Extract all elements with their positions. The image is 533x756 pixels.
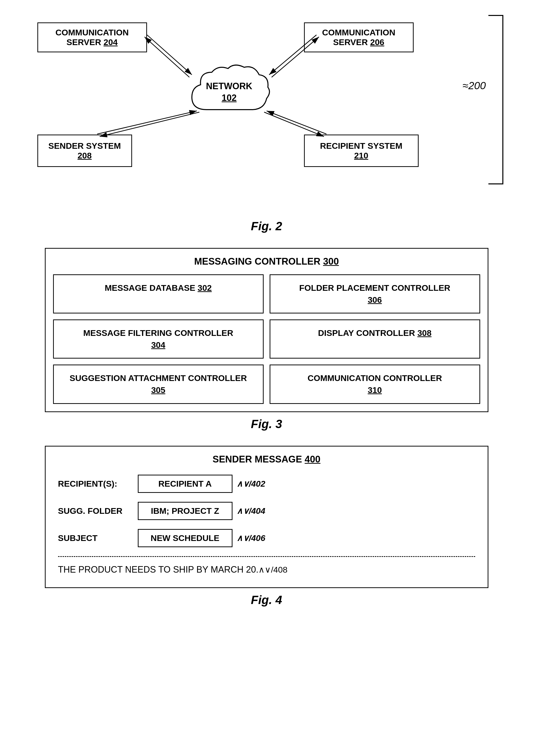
fig4-sugg-folder-value: IBM; PROJECT Z bbox=[138, 502, 232, 520]
fig4-divider bbox=[58, 556, 475, 557]
fig4-diagram: SENDER MESSAGE 400 RECIPIENT(S): RECIPIE… bbox=[45, 446, 489, 588]
fig4-title: SENDER MESSAGE 400 bbox=[58, 454, 475, 465]
fig3-grid: MESSAGE DATABASE 302 FOLDER PLACEMENT CO… bbox=[53, 274, 480, 404]
sender-system-label: SENDER SYSTEM 208 bbox=[48, 141, 121, 160]
fig4-subject-value: NEW SCHEDULE bbox=[138, 529, 232, 547]
suggestion-attachment-box: SUGGESTION ATTACHMENT CONTROLLER305 bbox=[53, 364, 264, 404]
fig4-caption: Fig. 4 bbox=[20, 593, 513, 607]
communication-controller-box: COMMUNICATION CONTROLLER310 bbox=[270, 364, 480, 404]
cloud-svg bbox=[187, 60, 272, 124]
fig3-caption: Fig. 3 bbox=[20, 417, 513, 431]
comm-server-206-label: COMMUNICATION SERVER 206 bbox=[310, 28, 408, 47]
fig4-ref-404: ∧∨/404 bbox=[236, 506, 265, 516]
fig4-ref-402: ∧∨/402 bbox=[236, 479, 265, 489]
message-database-box: MESSAGE DATABASE 302 bbox=[53, 274, 264, 313]
comm-server-206-box: COMMUNICATION SERVER 206 bbox=[304, 22, 413, 52]
recipient-system-box: RECIPIENT SYSTEM 210 bbox=[304, 135, 419, 167]
fig2-bracket bbox=[489, 15, 503, 184]
fig2-diagram: ≈200 COMMUNICATION SERVER 204 COMMUNICAT… bbox=[30, 15, 503, 209]
fig3-diagram: MESSAGING CONTROLLER 300 MESSAGE DATABAS… bbox=[45, 248, 489, 412]
fig4-subject-label: SUBJECT bbox=[58, 533, 138, 543]
fig4-recipients-value: RECIPIENT A bbox=[138, 475, 232, 493]
network-cloud: NETWORK 102 bbox=[179, 55, 279, 130]
comm-server-204-label: COMMUNICATION SERVER 204 bbox=[43, 28, 141, 47]
sender-system-box: SENDER SYSTEM 208 bbox=[38, 135, 132, 167]
fig4-recipients-label: RECIPIENT(S): bbox=[58, 479, 138, 489]
display-controller-box: DISPLAY CONTROLLER 308 bbox=[270, 319, 480, 359]
comm-server-204-box: COMMUNICATION SERVER 204 bbox=[38, 22, 147, 52]
message-filtering-box: MESSAGE FILTERING CONTROLLER304 bbox=[53, 319, 264, 359]
fig4-body-ref: ∧∨/408 bbox=[258, 565, 287, 574]
fig2-ref: ≈200 bbox=[463, 80, 486, 92]
fig3-outer-title: MESSAGING CONTROLLER 300 bbox=[53, 256, 480, 267]
fig4-sugg-folder-label: SUGG. FOLDER bbox=[58, 506, 138, 516]
fig4-ref-406: ∧∨/406 bbox=[236, 533, 265, 543]
folder-placement-box: FOLDER PLACEMENT CONTROLLER306 bbox=[270, 274, 480, 313]
fig2-caption: Fig. 2 bbox=[20, 219, 513, 233]
fig4-subject-row: SUBJECT NEW SCHEDULE ∧∨/406 bbox=[58, 529, 475, 547]
recipient-system-label: RECIPIENT SYSTEM 210 bbox=[320, 141, 402, 160]
fig4-sugg-folder-row: SUGG. FOLDER IBM; PROJECT Z ∧∨/404 bbox=[58, 502, 475, 520]
fig4-recipients-row: RECIPIENT(S): RECIPIENT A ∧∨/402 bbox=[58, 475, 475, 493]
fig4-body-text: THE PRODUCT NEEDS TO SHIP BY MARCH 20.∧∨… bbox=[58, 564, 475, 575]
